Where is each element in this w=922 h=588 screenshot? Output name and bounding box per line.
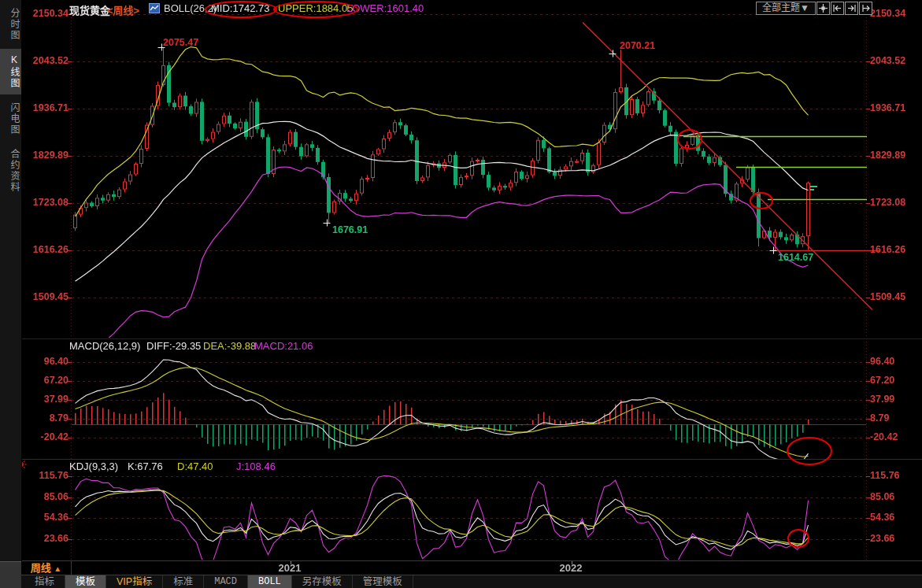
tab-标准[interactable]: 标准 [163, 575, 204, 588]
kdj-j-value: J:108.46 [236, 460, 276, 472]
macd-axis-label: -20.42 [22, 431, 69, 442]
macd-dea-value: DEA:-39.88 [203, 340, 256, 352]
macd-axis-label: 8.79 [870, 412, 889, 423]
kdj-indicator-title: KDJ(9,3,3) [69, 460, 118, 472]
macd-value: MACD:21.06 [254, 340, 313, 352]
tab-另存模板[interactable]: 另存模板 [292, 575, 353, 588]
crosshair-icon[interactable] [816, 2, 830, 15]
chart-canvas[interactable] [0, 0, 922, 588]
period-tag: <周线> [107, 2, 139, 17]
pane-separator [22, 338, 922, 339]
macd-axis-label: 67.20 [870, 375, 894, 386]
period-selector[interactable]: 周线 ▲ [21, 561, 72, 575]
period-up-arrow-icon: ▲ [54, 564, 61, 573]
price-annotation-label: 2070.21 [620, 40, 655, 51]
price-axis-label: 1509.45 [22, 291, 69, 302]
price-axis-label: 2043.52 [870, 55, 905, 66]
price-axis-label: 1509.45 [870, 291, 905, 302]
sidebar-item-闪电图[interactable]: 闪电图 [0, 97, 21, 141]
macd-diff-value: DIFF:-29.35 [146, 340, 201, 352]
boll-lower-value: LOWER:1601.40 [346, 2, 424, 14]
boll-mid-value: MID:1742.73 [211, 2, 269, 14]
macd-axis-label: 96.40 [22, 356, 69, 367]
macd-axis-label: 8.79 [22, 412, 69, 423]
symbol-title: 现货黄金 [69, 2, 110, 17]
macd-axis-label: 96.40 [870, 356, 894, 367]
kdj-axis-label: 115.76 [22, 470, 69, 481]
kdj-d-value: D:47.40 [177, 460, 213, 472]
x-axis-year-label: 2021 [279, 562, 302, 574]
macd-indicator-title: MACD(26,12,9) [69, 340, 140, 352]
tab-BOLL[interactable]: BOLL [248, 575, 292, 588]
trading-app-window: { "header": { "symbol": "现货黄金", "period_… [0, 0, 922, 588]
price-annotation-label: 1614.67 [778, 252, 813, 263]
macd-axis-label: -20.42 [870, 431, 898, 442]
kdj-axis-label: 85.06 [870, 491, 894, 502]
sidebar: 分时图K线图闪电图合约资料 [0, 0, 22, 561]
kdj-axis-label: 54.36 [870, 512, 894, 523]
kdj-axis-label: 85.06 [22, 491, 69, 502]
sidebar-item-K线图[interactable]: K线图 [0, 49, 21, 94]
kdj-axis-label: 115.76 [870, 470, 900, 481]
price-axis-label: 2043.52 [22, 55, 69, 66]
sidebar-item-合约资料[interactable]: 合约资料 [0, 143, 21, 198]
bottom-tabbar: 指标模板VIP指标标准MACDBOLL另存模板管理模板 [21, 575, 922, 588]
price-axis-label: 1723.08 [870, 197, 905, 208]
price-axis-label: 1936.71 [22, 102, 69, 113]
price-axis-label: 1616.26 [22, 244, 69, 255]
price-axis-label: 1936.71 [870, 102, 905, 113]
price-axis-label: 2150.34 [22, 8, 69, 19]
kdj-axis-label: 23.66 [22, 533, 69, 544]
price-axis-label: 1829.89 [870, 150, 905, 161]
tab-指标[interactable]: 指标 [24, 575, 65, 588]
indicator-title: BOLL(26,2) [164, 2, 217, 14]
period-label: 周线 [31, 562, 51, 574]
kdj-axis-label: 54.36 [22, 512, 69, 523]
kdj-axis-label: 23.66 [870, 533, 894, 544]
zoom-in-horizontal-icon[interactable] [845, 2, 858, 15]
zoom-out-horizontal-icon[interactable] [831, 2, 844, 15]
bottom-corner-cell [0, 561, 21, 588]
tab-模板[interactable]: 模板 [65, 575, 106, 588]
tab-管理模板[interactable]: 管理模板 [353, 575, 413, 588]
macd-axis-label: 67.20 [22, 375, 69, 386]
price-annotation-label: 1676.91 [332, 224, 368, 235]
tab-MACD[interactable]: MACD [204, 575, 248, 588]
boll-upper-value: UPPER:1884.05 [278, 2, 353, 14]
price-axis-label: 2150.34 [870, 8, 905, 19]
pan-right-icon[interactable] [859, 2, 872, 15]
sidebar-item-分时图[interactable]: 分时图 [0, 2, 21, 46]
macd-axis-label: 37.99 [22, 394, 69, 405]
price-axis-label: 1723.08 [22, 197, 69, 208]
line-chart-icon[interactable] [149, 3, 160, 16]
pane-separator [0, 560, 922, 561]
macd-axis-label: 37.99 [870, 394, 894, 405]
kdj-k-value: K:67.76 [128, 460, 163, 472]
price-axis-label: 1616.26 [870, 244, 905, 255]
tab-VIP指标[interactable]: VIP指标 [106, 575, 163, 588]
theme-dropdown-button[interactable]: 全部主题▼ [756, 2, 816, 15]
price-annotation-label: 2075.47 [163, 37, 198, 48]
x-axis-year-label: 2022 [560, 562, 583, 574]
price-axis-label: 1829.89 [22, 150, 69, 161]
pane-separator [22, 459, 922, 460]
